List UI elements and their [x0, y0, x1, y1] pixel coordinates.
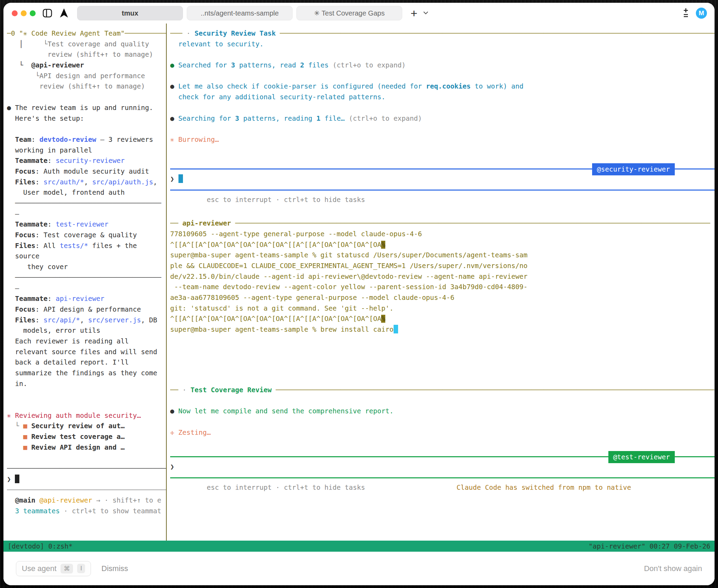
tmux-pane-title-clock: "api-reviewer" 00:27 09-Feb-26	[589, 542, 710, 550]
use-agent-label: Use agent	[22, 564, 56, 573]
security-esc-hint: esc to interrupt · ctrl+t to hide tasks	[170, 195, 715, 205]
close-window-button[interactable]	[12, 10, 18, 16]
use-agent-button[interactable]: Use agent ⌘ I	[16, 561, 91, 576]
dont-show-again-button[interactable]: Don't show again	[644, 564, 702, 573]
security-reviewer-badge: @security-reviewer	[592, 163, 675, 175]
text-cursor	[178, 174, 183, 183]
tab-list-chevron-icon[interactable]	[423, 10, 429, 16]
i-keycap: I	[77, 564, 85, 573]
tmux-status-bar: [devtodo] 0:zsh* "api-reviewer" 00:27 09…	[3, 541, 715, 552]
tab-tmux[interactable]: tmux	[77, 6, 183, 20]
tmux-session-label: [devtodo] 0:zsh*	[8, 542, 73, 550]
prompt-chevron: ❯	[170, 175, 174, 183]
bottom-toolbar: Use agent ⌘ I Dismiss Don't show again	[3, 552, 715, 585]
test-reviewer-pane[interactable]: ── · Test Coverage Review ──────────────…	[170, 385, 715, 493]
zoom-window-button[interactable]	[30, 10, 36, 16]
cmd-keycap: ⌘	[61, 564, 73, 573]
dismiss-button[interactable]: Dismiss	[101, 564, 128, 573]
ghostty-app-icon	[59, 8, 69, 18]
terminal-content: ─0 "✳ Code Review Agent Team"───────────…	[3, 24, 715, 585]
security-reviewer-pane[interactable]: ─── · Security Review Task ─────────────…	[170, 28, 715, 205]
update-available-icon[interactable]	[681, 7, 690, 19]
titlebar: tmux ..nts/agent-teams-sample ✳ Test Cov…	[3, 3, 715, 24]
new-tab-button[interactable]: +	[411, 7, 417, 19]
prompt-chevron: ❯	[170, 463, 174, 471]
test-reviewer-badge: @test-reviewer	[608, 451, 675, 463]
tab-bar: tmux ..nts/agent-teams-sample ✳ Test Cov…	[77, 6, 402, 20]
titlebar-right: M	[681, 7, 715, 19]
claude-install-notification: Claude Code has switched from npm to nat…	[457, 483, 639, 493]
tab-test-coverage-gaps[interactable]: ✳ Test Coverage Gaps	[296, 6, 402, 20]
test-reviewer-input[interactable]: @test-reviewer ❯	[170, 456, 715, 478]
tab-agent-teams-sample[interactable]: ..nts/agent-teams-sample	[187, 6, 293, 20]
api-reviewer-pane[interactable]: ── api-reviewer ────────────────────────…	[170, 218, 715, 335]
main-agent-pane[interactable]: ─0 "✳ Code Review Agent Team"───────────…	[3, 24, 166, 517]
account-avatar[interactable]: M	[696, 8, 707, 19]
ghostty-terminal-window: tmux ..nts/agent-teams-sample ✳ Test Cov…	[3, 3, 715, 585]
minimize-window-button[interactable]	[21, 10, 27, 16]
right-pane-column: ─── · Security Review Task ─────────────…	[167, 24, 715, 493]
security-reviewer-input[interactable]: @security-reviewer ❯	[170, 168, 715, 191]
traffic-lights	[3, 10, 36, 16]
test-esc-hint: esc to interrupt · ctrl+t to hide tasks …	[170, 483, 715, 493]
sidebar-toggle-icon[interactable]	[43, 9, 52, 18]
